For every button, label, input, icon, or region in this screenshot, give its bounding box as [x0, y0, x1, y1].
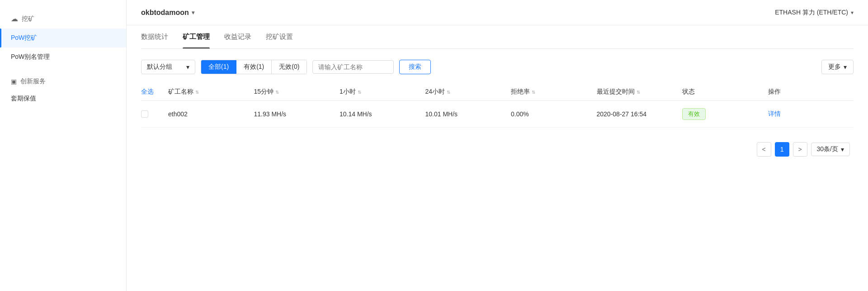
innovation-icon: ▣ — [11, 78, 17, 85]
innovation-section: ▣ 创新服务 — [0, 70, 126, 89]
col-name: 矿工名称 ⇅ — [168, 88, 254, 96]
group-select[interactable]: 默认分组 ▾ — [141, 60, 195, 74]
col-15min: 15分钟 ⇅ — [254, 88, 340, 96]
main-area: okbtodamoon ▾ ETHASH 算力 (ETH/ETC) ▾ 数据统计… — [127, 0, 868, 291]
tab-settings[interactable]: 挖矿设置 — [266, 25, 293, 48]
sort-15min-icon[interactable]: ⇅ — [275, 90, 279, 95]
page-size-chevron-icon: ▾ — [841, 146, 844, 153]
content-area: 数据统计 矿工管理 收益记录 挖矿设置 默认分组 ▾ 全 — [127, 25, 868, 291]
mining-section: ☁ 挖矿 — [0, 9, 126, 29]
algo-chevron-icon: ▾ — [851, 10, 854, 16]
tabs: 数据统计 矿工管理 收益记录 挖矿设置 — [141, 25, 854, 49]
account-name: okbtodamoon — [141, 9, 189, 17]
more-btn-label: 更多 — [828, 63, 841, 71]
col-select-all: 全选 — [141, 88, 168, 96]
tab-miner-mgmt[interactable]: 矿工管理 — [183, 25, 210, 48]
col-action: 操作 — [768, 88, 854, 96]
table-header: 全选 矿工名称 ⇅ 15分钟 ⇅ 1小时 ⇅ 24小时 — [141, 83, 854, 101]
col-reject-rate: 拒绝率 ⇅ — [511, 88, 597, 96]
filter-invalid-btn[interactable]: 无效(0) — [272, 60, 307, 74]
more-button[interactable]: 更多 ▾ — [821, 60, 854, 74]
algo-selector[interactable]: ETHASH 算力 (ETH/ETC) ▾ — [775, 9, 854, 17]
detail-link[interactable]: 详情 — [768, 110, 781, 117]
page-1-button[interactable]: 1 — [775, 142, 789, 157]
search-input[interactable] — [312, 60, 394, 74]
innovation-section-label: 创新服务 — [20, 77, 46, 86]
col-last-submit: 最近提交时间 ⇅ — [597, 88, 683, 96]
sort-24h-icon[interactable]: ⇅ — [447, 90, 450, 95]
sort-1h-icon[interactable]: ⇅ — [358, 90, 361, 95]
miner-table: 全选 矿工名称 ⇅ 15分钟 ⇅ 1小时 ⇅ 24小时 — [141, 83, 854, 128]
filter-bar: 默认分组 ▾ 全部(1) 有效(1) 无效(0) 搜索 更多 ▾ — [141, 60, 854, 74]
row-24h: 10.01 MH/s — [425, 110, 511, 118]
mining-section-label: 挖矿 — [22, 15, 34, 23]
group-select-label: 默认分组 — [147, 63, 172, 71]
sidebar-item-hedging[interactable]: 套期保值 — [0, 89, 126, 108]
tab-revenue[interactable]: 收益记录 — [224, 25, 251, 48]
page-size-label: 30条/页 — [817, 145, 838, 153]
search-button[interactable]: 搜索 — [399, 60, 431, 74]
group-select-chevron-icon: ▾ — [186, 63, 189, 71]
next-page-button[interactable]: > — [793, 142, 807, 157]
tab-data-stats[interactable]: 数据统计 — [141, 25, 168, 48]
row-action: 详情 — [768, 110, 854, 118]
row-1h: 10.14 MH/s — [340, 110, 425, 118]
filter-btn-group: 全部(1) 有效(1) 无效(0) — [201, 60, 307, 74]
algo-label: ETHASH 算力 (ETH/ETC) — [775, 9, 848, 17]
pagination: < 1 > 30条/页 ▾ — [141, 142, 854, 157]
row-15min: 11.93 MH/s — [254, 110, 340, 118]
sidebar-item-pow-alias[interactable]: PoW别名管理 — [0, 48, 126, 67]
sort-name-icon[interactable]: ⇅ — [195, 90, 199, 95]
more-chevron-icon: ▾ — [844, 63, 847, 71]
account-selector[interactable]: okbtodamoon ▾ — [141, 9, 194, 17]
select-all-link[interactable]: 全选 — [141, 88, 154, 96]
page-size-select[interactable]: 30条/页 ▾ — [811, 143, 850, 156]
row-last-submit: 2020-08-27 16:54 — [597, 110, 683, 118]
sidebar-item-pow-mining[interactable]: PoW挖矿 — [0, 29, 126, 48]
filter-all-btn[interactable]: 全部(1) — [201, 60, 236, 74]
sidebar: ☁ 挖矿 PoW挖矿 PoW别名管理 ▣ 创新服务 套期保值 — [0, 0, 127, 291]
col-status: 状态 — [682, 88, 768, 96]
status-badge: 有效 — [682, 108, 706, 120]
sort-submit-icon[interactable]: ⇅ — [637, 90, 640, 95]
sort-reject-icon[interactable]: ⇅ — [532, 90, 535, 95]
row-status: 有效 — [682, 108, 768, 120]
row-name: eth002 — [168, 110, 254, 118]
prev-page-button[interactable]: < — [757, 142, 771, 157]
row-reject-rate: 0.00% — [511, 110, 597, 118]
filter-valid-btn[interactable]: 有效(1) — [236, 60, 272, 74]
col-24h: 24小时 ⇅ — [425, 88, 511, 96]
cloud-icon: ☁ — [11, 14, 18, 23]
row-checkbox-cell — [141, 110, 168, 118]
row-checkbox[interactable] — [141, 110, 148, 118]
top-header: okbtodamoon ▾ ETHASH 算力 (ETH/ETC) ▾ — [127, 0, 868, 25]
table-row: eth002 11.93 MH/s 10.14 MH/s 10.01 MH/s … — [141, 101, 854, 128]
account-chevron-icon: ▾ — [192, 10, 194, 16]
col-1h: 1小时 ⇅ — [340, 88, 425, 96]
